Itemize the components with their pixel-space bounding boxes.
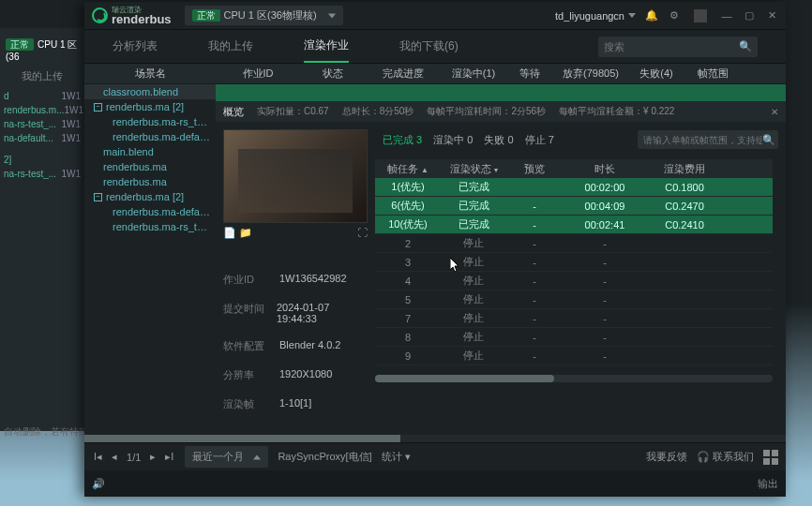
region-select[interactable]: 正常CPU 1 区(36物理核): [185, 6, 343, 25]
tab-analysis[interactable]: 分析列表: [113, 31, 158, 62]
contact-link[interactable]: 🎧联系我们: [697, 450, 754, 464]
scene-item[interactable]: main.blend: [84, 144, 216, 159]
feedback-link[interactable]: 我要反馈: [646, 450, 687, 464]
close-detail-icon[interactable]: ✕: [771, 107, 778, 117]
expand-icon[interactable]: ⛶: [357, 227, 368, 239]
page-indicator: 1/1: [125, 452, 143, 463]
detail-strip: 概览 实际扣量：C0.67 总时长：8分50秒 每帧平均渲耗时间：2分56秒 每…: [216, 101, 786, 122]
gear-icon[interactable]: ⚙: [668, 9, 681, 22]
pager: I◂ ◂ 1/1 ▸ ▸I: [92, 451, 175, 463]
scene-item[interactable]: classroom.blend: [84, 84, 216, 99]
frame-row[interactable]: 3停止--: [375, 253, 773, 272]
tab-render-jobs[interactable]: 渲染作业: [304, 30, 349, 63]
frame-row[interactable]: 5停止--: [375, 290, 773, 309]
logo-icon: [92, 7, 108, 23]
collapse-icon[interactable]: −: [94, 103, 102, 112]
scene-pane: classroom.blend−renderbus.ma [2]renderbu…: [84, 84, 216, 440]
filter-icon: ▾: [494, 166, 498, 174]
scroll-thumb[interactable]: [84, 435, 400, 442]
scene-item[interactable]: renderbus.ma-rs_test_...: [84, 114, 216, 129]
job-columns: 场景名作业ID状态完成进度渲染中(1)等待放弃(79805)失败(4)帧范围: [84, 64, 786, 84]
job-column[interactable]: 等待: [506, 67, 553, 81]
scene-group[interactable]: −renderbus.ma [2]: [84, 99, 216, 114]
col-task[interactable]: 帧任务▲: [375, 162, 441, 176]
user-menu[interactable]: td_liyuguangcn: [555, 10, 636, 22]
back-list: d1W1renderbus.m...1W1na-rs-test_...1W1na…: [0, 89, 84, 181]
frame-scroll[interactable]: [375, 375, 773, 382]
title-icons: 🔔 ⚙ — ▢ ✕: [645, 9, 778, 22]
frame-table: 帧任务▲ 渲染状态▾ 预览 时长 渲染费用 1(优先)已完成00:02:00C0…: [375, 159, 773, 365]
proxy-label: RaySyncProxy[电信]: [278, 450, 371, 464]
main-window: 瑞云渲染 renderbus 正常CPU 1 区(36物理核) td_liyug…: [84, 2, 786, 497]
brand-text: renderbus: [112, 14, 172, 25]
frame-row[interactable]: 6(优先)已完成-00:04:09C0.2470: [375, 197, 773, 216]
preview-thumbnail[interactable]: [223, 129, 368, 223]
detail-right: 已完成 3 渲染中 0 失败 0 停止 7 🔍 帧任务▲ 渲染状态▾ 预览 时长: [375, 122, 786, 442]
tab-bar: 分析列表 我的上传 渲染作业 我的下载(6) 🔍: [84, 30, 786, 64]
stats-menu[interactable]: 统计 ▾: [382, 450, 411, 464]
frame-row[interactable]: 2停止--: [375, 234, 773, 253]
job-column[interactable]: 场景名: [84, 67, 216, 81]
volume-icon[interactable]: 🔊: [92, 478, 105, 490]
next-page-icon[interactable]: ▸: [148, 451, 158, 463]
folder-icon[interactable]: 📁: [239, 227, 252, 238]
detail-header: [216, 84, 786, 101]
frame-row[interactable]: 1(优先)已完成00:02:00C0.1800: [375, 178, 773, 197]
scene-item[interactable]: renderbus.ma-default...: [84, 204, 216, 219]
chevron-down-icon: [328, 13, 336, 18]
sort-asc-icon: ▲: [421, 166, 429, 174]
frame-table-head: 帧任务▲ 渲染状态▾ 预览 时长 渲染费用: [375, 159, 773, 178]
job-column[interactable]: 渲染中(1): [441, 67, 506, 81]
chevron-up-icon: [253, 454, 261, 459]
frame-search-input[interactable]: [643, 135, 762, 145]
search-icon[interactable]: 🔍: [739, 40, 752, 52]
close-icon[interactable]: ✕: [765, 9, 778, 22]
scene-item[interactable]: renderbus.ma-default...: [84, 129, 216, 144]
tab-downloads[interactable]: 我的下载(6): [399, 31, 459, 62]
frame-row[interactable]: 7停止--: [375, 309, 773, 328]
main-scroll[interactable]: [84, 435, 786, 442]
scroll-thumb[interactable]: [375, 375, 554, 382]
frame-row[interactable]: 9停止--: [375, 347, 773, 365]
maximize-icon[interactable]: ▢: [743, 9, 756, 22]
overview-label: 概览: [223, 105, 244, 119]
scene-item[interactable]: renderbus.ma: [84, 174, 216, 189]
scene-group[interactable]: −renderbus.ma [2]: [84, 189, 216, 204]
job-column[interactable]: 失败(4): [628, 67, 684, 81]
frame-row[interactable]: 4停止--: [375, 272, 773, 290]
col-cost[interactable]: 渲染费用: [647, 162, 722, 176]
collapse-icon[interactable]: −: [94, 193, 102, 201]
col-time[interactable]: 时长: [563, 162, 647, 176]
frame-row[interactable]: 10(优先)已完成-00:02:41C0.2410: [375, 216, 773, 234]
frame-search[interactable]: 🔍: [638, 130, 778, 149]
qr-icon[interactable]: [763, 450, 778, 465]
job-column[interactable]: 放弃(79805): [553, 67, 628, 81]
last-page-icon[interactable]: ▸I: [163, 451, 175, 463]
titlebar: 瑞云渲染 renderbus 正常CPU 1 区(36物理核) td_liyug…: [84, 2, 786, 30]
col-preview[interactable]: 预览: [506, 162, 563, 176]
frame-row[interactable]: 8停止--: [375, 328, 773, 347]
col-status[interactable]: 渲染状态▾: [441, 162, 506, 176]
back-list-item: na-rs-test_...1W1: [0, 167, 84, 181]
scene-item[interactable]: renderbus.ma-rs_test_...: [84, 219, 216, 234]
job-column[interactable]: 作业ID: [216, 67, 300, 81]
job-column[interactable]: 状态: [300, 67, 366, 81]
tab-uploads[interactable]: 我的上传: [208, 31, 253, 62]
back-list-item: na-default...1W1: [0, 131, 84, 145]
footer-main: I◂ ◂ 1/1 ▸ ▸I 最近一个月 RaySyncProxy[电信] 统计 …: [84, 442, 786, 470]
job-column[interactable]: 帧范围: [684, 67, 741, 81]
minimize-icon[interactable]: —: [720, 9, 733, 22]
first-page-icon[interactable]: I◂: [92, 451, 104, 463]
chevron-down-icon: [628, 13, 636, 18]
note-icon[interactable]: 📄: [223, 227, 236, 238]
tab-search[interactable]: 🔍: [598, 37, 758, 57]
scene-item[interactable]: renderbus.ma: [84, 159, 216, 174]
search-icon[interactable]: 🔍: [762, 134, 775, 146]
output-toggle[interactable]: 输出: [758, 477, 778, 491]
footer-bottom: 🔊 输出: [84, 470, 786, 497]
bell-icon[interactable]: 🔔: [645, 9, 658, 22]
range-select[interactable]: 最近一个月: [185, 446, 268, 468]
prev-page-icon[interactable]: ◂: [110, 451, 119, 463]
tab-search-input[interactable]: [604, 41, 739, 52]
job-column[interactable]: 完成进度: [366, 67, 441, 81]
